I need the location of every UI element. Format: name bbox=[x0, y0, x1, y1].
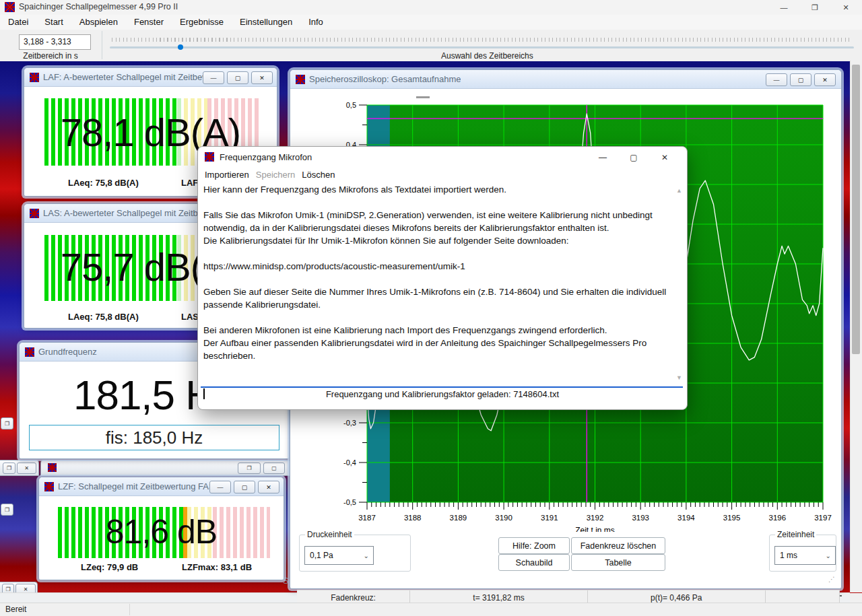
dialog-textarea[interactable]: Hier kann der Frequenzgang des Mikrofons… bbox=[201, 183, 675, 388]
minimized-window-fragment[interactable]: ❐ ▢ bbox=[40, 460, 291, 476]
svg-text:3194: 3194 bbox=[677, 514, 695, 522]
laf-window-buttons: — ▢ ✕ bbox=[203, 71, 273, 84]
note-frequency-box: fis: 185,0 Hz bbox=[29, 425, 279, 450]
scroll-down-icon[interactable]: ▼ bbox=[676, 374, 682, 381]
dialog-titlebar[interactable]: Frequenzgang Mikrofon bbox=[198, 147, 687, 167]
menu-item-ergebnisse[interactable]: Ergebnisse bbox=[172, 15, 232, 30]
svg-text:3193: 3193 bbox=[632, 514, 649, 522]
dialog-paragraph: Bei anderen Mikrofonen ist eine Kalibrie… bbox=[201, 324, 675, 362]
close-icon[interactable]: ✕ bbox=[251, 71, 273, 84]
svg-text:3187: 3187 bbox=[358, 514, 376, 522]
oszilloskop-window-buttons: — ▢ ✕ bbox=[766, 73, 836, 86]
minimize-window-button[interactable]: — bbox=[769, 0, 799, 15]
zeiteinheit-label: Zeiteinheit bbox=[775, 530, 816, 539]
minimize-icon[interactable]: — bbox=[209, 481, 231, 493]
menu-item-start[interactable]: Start bbox=[36, 15, 71, 30]
restore-icon[interactable]: ❐ bbox=[3, 463, 15, 474]
menu-item-abspielen[interactable]: Abspielen bbox=[71, 15, 126, 30]
fadenkreuz-loeschen-button[interactable]: Fadenkreuz löschen bbox=[571, 537, 665, 554]
main-titlebar: Spaichinger Schallpegelmesser 4,99 Pro I… bbox=[0, 0, 862, 15]
dialog-menu-item-importieren[interactable]: Importieren bbox=[205, 170, 249, 180]
minimize-icon[interactable]: — bbox=[203, 71, 224, 84]
menu-item-einstellungen[interactable]: Einstellungen bbox=[232, 15, 300, 30]
svg-text:3196: 3196 bbox=[769, 514, 787, 522]
minimize-icon[interactable]: — bbox=[766, 73, 787, 86]
svg-text:-0,3: -0,3 bbox=[343, 419, 356, 427]
close-icon[interactable]: ✕ bbox=[814, 73, 836, 86]
druckeinheit-value: 0,1 Pa bbox=[310, 551, 333, 560]
time-slider-thumb[interactable] bbox=[178, 44, 183, 50]
app-icon bbox=[5, 2, 15, 12]
druckeinheit-label: Druckeinheit bbox=[305, 530, 354, 539]
dialog-menu-item-löschen[interactable]: Löschen bbox=[302, 170, 335, 180]
time-slider-track[interactable] bbox=[110, 46, 854, 48]
window-icon bbox=[296, 75, 305, 84]
main-menubar: DateiStartAbspielenFensterErgebnisseEins… bbox=[0, 15, 862, 30]
dialog-title: Frequenzgang Mikrofon bbox=[220, 152, 312, 162]
statusbar-text: Bereit bbox=[5, 605, 26, 614]
svg-text:3190: 3190 bbox=[495, 514, 512, 522]
dialog-status-text: Frequenzgang und Kalibrierungsfaktor gel… bbox=[198, 389, 687, 399]
minimize-icon[interactable]: ▢ bbox=[263, 463, 285, 474]
zeitbereich-input[interactable] bbox=[19, 34, 91, 50]
close-icon[interactable]: ✕ bbox=[659, 151, 671, 164]
schaubild-button[interactable]: Schaubild bbox=[498, 554, 570, 571]
dialog-frequenzgang-mikrofon: Frequenzgang Mikrofon — ▢ ✕ ImportierenS… bbox=[197, 146, 688, 410]
restore-icon[interactable]: ❐ bbox=[238, 463, 261, 474]
las-laeq-label: LAeq: 75,8 dB(A) bbox=[68, 312, 139, 322]
svg-text:-0,4: -0,4 bbox=[343, 458, 356, 467]
laf-laeq-label: LAeq: 75,8 dB(A) bbox=[68, 178, 139, 188]
dialog-menu-item-speichern[interactable]: Speichern bbox=[256, 170, 296, 180]
close-icon[interactable]: ✕ bbox=[17, 463, 36, 474]
lzf-window-buttons: — ▢ ✕ bbox=[209, 481, 279, 493]
statusbar-separator bbox=[129, 604, 130, 615]
close-icon[interactable]: ✕ bbox=[258, 481, 279, 493]
chevron-down-icon: ⌄ bbox=[826, 552, 831, 559]
lzf-lzfmax-label: LZFmax: 83,1 dB bbox=[182, 562, 252, 572]
svg-text:3195: 3195 bbox=[723, 514, 741, 522]
minimized-window-restore-button[interactable]: ❐ bbox=[1, 417, 13, 430]
app-title: Spaichinger Schallpegelmesser 4,99 Pro I… bbox=[19, 2, 178, 11]
maximize-icon[interactable]: ▢ bbox=[790, 73, 811, 86]
time-slider-ticks bbox=[112, 38, 853, 42]
svg-text:3197: 3197 bbox=[814, 514, 832, 522]
dialog-paragraph: https://www.minidsp.com/products/acousti… bbox=[201, 260, 675, 273]
menu-item-info[interactable]: Info bbox=[300, 15, 331, 30]
menu-item-fenster[interactable]: Fenster bbox=[126, 15, 172, 30]
svg-text:3191: 3191 bbox=[541, 514, 558, 522]
dialog-paragraph: Geben Sie auf dieser Seite die Nummer Ih… bbox=[201, 285, 675, 311]
lzf-lzeq-label: LZeq: 79,9 dB bbox=[81, 562, 138, 572]
window-icon bbox=[44, 482, 54, 491]
maximize-icon[interactable]: ▢ bbox=[628, 151, 640, 164]
zeitbereich-label: Zeitbereich in s bbox=[0, 51, 101, 61]
window-lzf: LZF: Schallpegel mit Zeitbewertung FAST … bbox=[38, 477, 284, 580]
maximize-icon[interactable]: ▢ bbox=[227, 71, 248, 84]
svg-text:0,5: 0,5 bbox=[346, 101, 356, 109]
minimize-icon[interactable]: — bbox=[597, 151, 609, 164]
window-icon bbox=[30, 73, 39, 82]
minimized-window-fragment[interactable]: ❐ ✕ bbox=[0, 460, 39, 476]
laf-title: LAF: A-bewerteter Schallpegel mit Zeitbe… bbox=[43, 72, 216, 82]
dialog-paragraph: Hier kann der Frequenzgang des Mikrofons… bbox=[201, 183, 675, 196]
tabelle-button[interactable]: Tabelle bbox=[571, 554, 665, 571]
oszilloskop-titlebar[interactable]: Speicheroszilloskop: Gesamtaufnahme bbox=[290, 70, 841, 89]
zeiteinheit-combobox[interactable]: 1 ms ⌄ bbox=[774, 546, 836, 565]
druckeinheit-combobox[interactable]: 0,1 Pa ⌄ bbox=[304, 546, 374, 565]
mdi-vertical-scrollbar-thumb[interactable] bbox=[852, 65, 860, 354]
dialog-paragraph bbox=[201, 273, 675, 285]
hilfe-zoom-button[interactable]: Hilfe: Zoom bbox=[498, 537, 570, 554]
application-window: Spaichinger Schallpegelmesser 4,99 Pro I… bbox=[0, 0, 862, 616]
dialog-paragraph bbox=[201, 196, 675, 209]
dialog-paragraph bbox=[201, 247, 675, 260]
close-window-button[interactable]: ✕ bbox=[831, 0, 861, 15]
maximize-icon[interactable]: ▢ bbox=[234, 481, 255, 493]
window-icon bbox=[25, 347, 34, 357]
resize-grip-icon[interactable]: ⋰ bbox=[828, 576, 835, 583]
menu-item-datei[interactable]: Datei bbox=[0, 15, 36, 30]
minimized-window-restore-button[interactable]: ❐ bbox=[1, 504, 13, 516]
svg-text:3192: 3192 bbox=[587, 514, 604, 522]
scroll-up-icon[interactable]: ▲ bbox=[676, 187, 682, 194]
toolbar bbox=[0, 30, 862, 62]
restore-window-button[interactable]: ❐ bbox=[800, 0, 830, 15]
dialog-paragraph bbox=[201, 311, 675, 324]
